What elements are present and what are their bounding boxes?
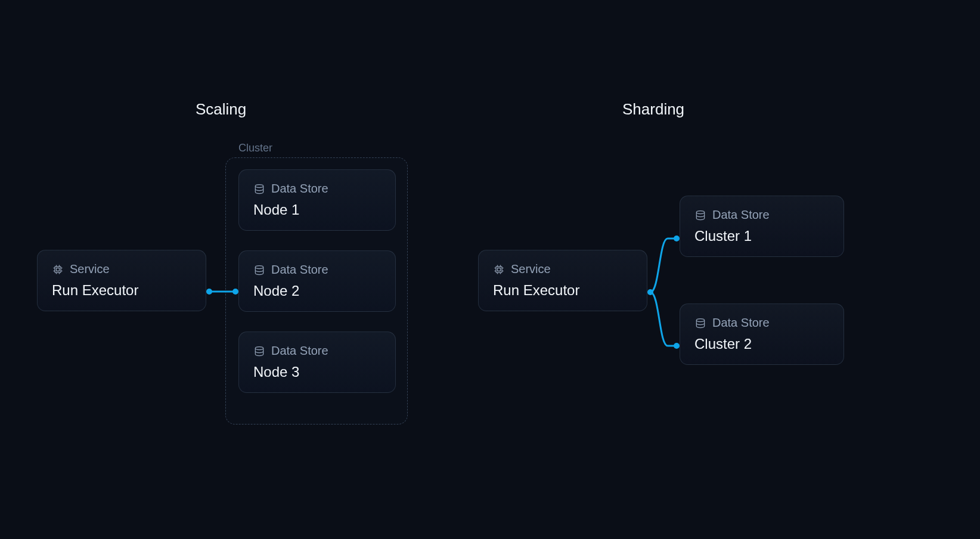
svg-point-14 bbox=[206, 289, 212, 295]
cluster-name: Cluster 2 bbox=[694, 336, 829, 352]
svg-point-27 bbox=[696, 318, 704, 321]
node-name: Node 3 bbox=[253, 364, 381, 380]
sharding-cluster-2: Data Store Cluster 2 bbox=[680, 303, 844, 365]
database-icon bbox=[253, 183, 265, 195]
datastore-type-label: Data Store bbox=[712, 208, 770, 222]
chip-icon bbox=[52, 264, 64, 275]
sharding-connector bbox=[647, 227, 683, 358]
node-name: Node 2 bbox=[253, 283, 381, 299]
cluster-label: Cluster bbox=[238, 142, 272, 154]
svg-point-26 bbox=[696, 210, 704, 213]
chip-icon bbox=[493, 264, 505, 275]
database-icon bbox=[694, 209, 706, 221]
datastore-type-label: Data Store bbox=[271, 263, 328, 277]
database-icon bbox=[253, 264, 265, 276]
service-type-label: Service bbox=[70, 262, 110, 276]
svg-point-29 bbox=[674, 236, 680, 241]
database-icon bbox=[694, 317, 706, 329]
sharding-cluster-1: Data Store Cluster 1 bbox=[680, 196, 844, 257]
cluster-name: Cluster 1 bbox=[694, 228, 829, 244]
service-name: Run Executor bbox=[52, 282, 191, 299]
scaling-node-3: Data Store Node 3 bbox=[238, 332, 396, 393]
scaling-title: Scaling bbox=[196, 100, 246, 119]
datastore-type-label: Data Store bbox=[271, 182, 328, 196]
scaling-node-1: Data Store Node 1 bbox=[238, 169, 396, 231]
node-name: Node 1 bbox=[253, 202, 381, 218]
svg-rect-1 bbox=[57, 268, 60, 271]
scaling-service-card: Service Run Executor bbox=[37, 250, 206, 311]
svg-point-10 bbox=[255, 184, 263, 187]
sharding-title: Sharding bbox=[622, 100, 684, 119]
database-icon bbox=[253, 345, 265, 357]
sharding-service-card: Service Run Executor bbox=[478, 250, 647, 311]
svg-point-11 bbox=[255, 265, 263, 268]
service-type-label: Service bbox=[511, 262, 551, 276]
datastore-type-label: Data Store bbox=[271, 344, 328, 358]
svg-rect-16 bbox=[496, 267, 502, 272]
service-name: Run Executor bbox=[493, 282, 632, 299]
svg-rect-17 bbox=[498, 268, 501, 271]
scaling-node-2: Data Store Node 2 bbox=[238, 250, 396, 312]
svg-rect-0 bbox=[55, 267, 61, 272]
svg-point-28 bbox=[647, 289, 653, 295]
svg-point-30 bbox=[674, 343, 680, 349]
svg-point-12 bbox=[255, 346, 263, 349]
datastore-type-label: Data Store bbox=[712, 316, 770, 330]
